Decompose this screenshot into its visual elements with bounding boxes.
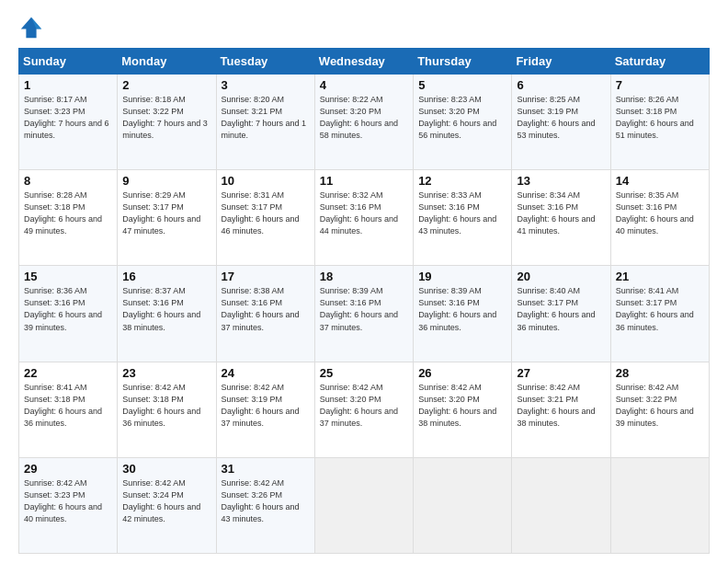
day-number: 6 [517,78,605,92]
day-info: Sunrise: 8:42 AM Sunset: 3:18 PM Dayligh… [122,382,210,430]
calendar-cell: 17 Sunrise: 8:38 AM Sunset: 3:16 PM Dayl… [216,266,314,362]
calendar-cell: 13 Sunrise: 8:34 AM Sunset: 3:16 PM Dayl… [512,170,610,266]
day-number: 23 [122,366,210,380]
calendar-cell: 27 Sunrise: 8:42 AM Sunset: 3:21 PM Dayl… [512,362,610,457]
day-number: 20 [517,270,605,283]
calendar-cell: 19 Sunrise: 8:39 AM Sunset: 3:16 PM Dayl… [414,266,512,362]
day-info: Sunrise: 8:42 AM Sunset: 3:19 PM Dayligh… [222,382,310,430]
page-header [18,15,710,40]
calendar-cell: 10 Sunrise: 8:31 AM Sunset: 3:17 PM Dayl… [216,170,314,266]
day-number: 11 [320,174,408,188]
calendar-cell: 28 Sunrise: 8:42 AM Sunset: 3:22 PM Dayl… [610,362,709,457]
day-number: 25 [320,366,408,380]
calendar-week-1: 1 Sunrise: 8:17 AM Sunset: 3:23 PM Dayli… [19,75,710,170]
calendar-cell: 23 Sunrise: 8:42 AM Sunset: 3:18 PM Dayl… [118,362,216,457]
weekday-header-tuesday: Tuesday [216,49,314,75]
day-number: 17 [222,270,310,283]
day-info: Sunrise: 8:26 AM Sunset: 3:18 PM Dayligh… [616,94,704,142]
day-number: 8 [24,174,112,188]
weekday-header-saturday: Saturday [610,49,709,75]
day-number: 3 [222,78,310,92]
day-number: 13 [517,174,605,188]
weekday-header-wednesday: Wednesday [314,49,413,75]
calendar-cell: 2 Sunrise: 8:18 AM Sunset: 3:22 PM Dayli… [118,75,216,170]
calendar-cell: 11 Sunrise: 8:32 AM Sunset: 3:16 PM Dayl… [314,170,413,266]
day-info: Sunrise: 8:20 AM Sunset: 3:21 PM Dayligh… [222,94,310,142]
day-info: Sunrise: 8:28 AM Sunset: 3:18 PM Dayligh… [24,190,112,237]
day-number: 7 [616,78,704,92]
calendar-cell: 9 Sunrise: 8:29 AM Sunset: 3:17 PM Dayli… [118,170,216,266]
day-number: 21 [616,270,704,283]
day-info: Sunrise: 8:42 AM Sunset: 3:23 PM Dayligh… [24,477,112,525]
day-info: Sunrise: 8:39 AM Sunset: 3:16 PM Dayligh… [320,285,408,333]
day-info: Sunrise: 8:33 AM Sunset: 3:16 PM Dayligh… [418,190,506,237]
calendar-cell: 6 Sunrise: 8:25 AM Sunset: 3:19 PM Dayli… [512,75,610,170]
day-info: Sunrise: 8:37 AM Sunset: 3:16 PM Dayligh… [122,285,210,333]
calendar-cell: 12 Sunrise: 8:33 AM Sunset: 3:16 PM Dayl… [414,170,512,266]
calendar-cell: 22 Sunrise: 8:41 AM Sunset: 3:18 PM Dayl… [19,362,118,457]
day-info: Sunrise: 8:23 AM Sunset: 3:20 PM Dayligh… [418,94,506,142]
calendar-cell: 26 Sunrise: 8:42 AM Sunset: 3:20 PM Dayl… [414,362,512,457]
calendar-cell: 18 Sunrise: 8:39 AM Sunset: 3:16 PM Dayl… [314,266,413,362]
calendar-cell [414,457,512,553]
calendar-cell: 30 Sunrise: 8:42 AM Sunset: 3:24 PM Dayl… [118,457,216,553]
day-number: 14 [616,174,704,188]
calendar-header: SundayMondayTuesdayWednesdayThursdayFrid… [19,49,710,75]
calendar-cell: 16 Sunrise: 8:37 AM Sunset: 3:16 PM Dayl… [118,266,216,362]
day-info: Sunrise: 8:42 AM Sunset: 3:20 PM Dayligh… [418,382,506,430]
day-number: 18 [320,270,408,283]
day-number: 22 [24,366,112,380]
day-info: Sunrise: 8:35 AM Sunset: 3:16 PM Dayligh… [616,190,704,237]
day-number: 5 [418,78,506,92]
logo-icon [18,15,44,40]
day-info: Sunrise: 8:42 AM Sunset: 3:26 PM Dayligh… [222,477,310,525]
calendar-cell: 29 Sunrise: 8:42 AM Sunset: 3:23 PM Dayl… [19,457,118,553]
day-number: 29 [24,462,112,476]
day-info: Sunrise: 8:31 AM Sunset: 3:17 PM Dayligh… [222,190,310,237]
calendar-week-5: 29 Sunrise: 8:42 AM Sunset: 3:23 PM Dayl… [19,457,710,553]
calendar-cell: 21 Sunrise: 8:41 AM Sunset: 3:17 PM Dayl… [610,266,709,362]
day-info: Sunrise: 8:38 AM Sunset: 3:16 PM Dayligh… [222,285,310,333]
calendar-week-3: 15 Sunrise: 8:36 AM Sunset: 3:16 PM Dayl… [19,266,710,362]
day-number: 28 [616,366,704,380]
day-info: Sunrise: 8:22 AM Sunset: 3:20 PM Dayligh… [320,94,408,142]
day-number: 9 [122,174,210,188]
calendar-cell [610,457,709,553]
day-info: Sunrise: 8:34 AM Sunset: 3:16 PM Dayligh… [517,190,605,237]
day-info: Sunrise: 8:29 AM Sunset: 3:17 PM Dayligh… [122,190,210,237]
day-info: Sunrise: 8:40 AM Sunset: 3:17 PM Dayligh… [517,285,605,333]
day-number: 30 [122,462,210,476]
day-number: 24 [222,366,310,380]
day-number: 10 [222,174,310,188]
weekday-header-monday: Monday [118,49,216,75]
day-info: Sunrise: 8:41 AM Sunset: 3:18 PM Dayligh… [24,382,112,430]
weekday-header-thursday: Thursday [414,49,512,75]
day-number: 19 [418,270,506,283]
day-number: 12 [418,174,506,188]
day-number: 16 [122,270,210,283]
day-number: 2 [122,78,210,92]
day-number: 27 [517,366,605,380]
calendar-table: SundayMondayTuesdayWednesdayThursdayFrid… [18,48,710,554]
calendar-cell: 25 Sunrise: 8:42 AM Sunset: 3:20 PM Dayl… [314,362,413,457]
day-info: Sunrise: 8:18 AM Sunset: 3:22 PM Dayligh… [122,94,210,142]
day-info: Sunrise: 8:42 AM Sunset: 3:22 PM Dayligh… [616,382,704,430]
calendar-cell [314,457,413,553]
calendar-cell: 4 Sunrise: 8:22 AM Sunset: 3:20 PM Dayli… [314,75,413,170]
calendar-cell: 14 Sunrise: 8:35 AM Sunset: 3:16 PM Dayl… [610,170,709,266]
calendar-cell: 3 Sunrise: 8:20 AM Sunset: 3:21 PM Dayli… [216,75,314,170]
calendar-cell: 7 Sunrise: 8:26 AM Sunset: 3:18 PM Dayli… [610,75,709,170]
weekday-header-row: SundayMondayTuesdayWednesdayThursdayFrid… [19,49,710,75]
day-info: Sunrise: 8:42 AM Sunset: 3:20 PM Dayligh… [320,382,408,430]
day-info: Sunrise: 8:42 AM Sunset: 3:21 PM Dayligh… [517,382,605,430]
weekday-header-sunday: Sunday [19,49,118,75]
calendar-cell [512,457,610,553]
calendar-week-2: 8 Sunrise: 8:28 AM Sunset: 3:18 PM Dayli… [19,170,710,266]
calendar-week-4: 22 Sunrise: 8:41 AM Sunset: 3:18 PM Dayl… [19,362,710,457]
day-info: Sunrise: 8:32 AM Sunset: 3:16 PM Dayligh… [320,190,408,237]
calendar-cell: 8 Sunrise: 8:28 AM Sunset: 3:18 PM Dayli… [19,170,118,266]
calendar-cell: 15 Sunrise: 8:36 AM Sunset: 3:16 PM Dayl… [19,266,118,362]
calendar-body: 1 Sunrise: 8:17 AM Sunset: 3:23 PM Dayli… [19,75,710,554]
day-number: 31 [222,462,310,476]
day-number: 1 [24,78,112,92]
